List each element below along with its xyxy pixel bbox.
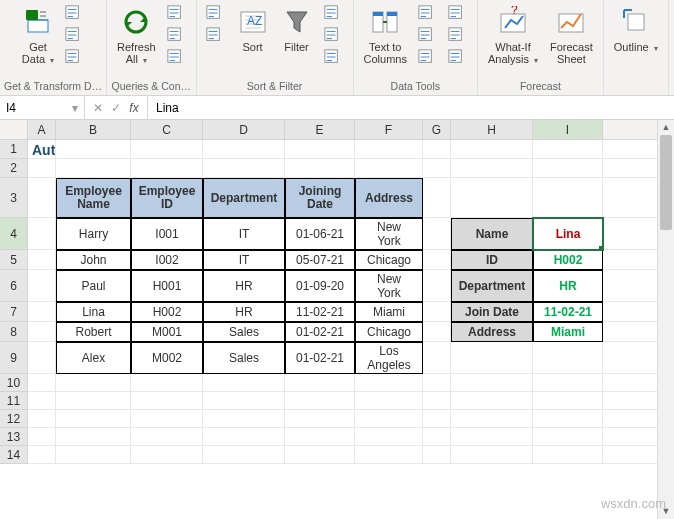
edit-links-button[interactable]	[162, 46, 192, 68]
cell-H11[interactable]	[451, 392, 533, 410]
cell-E6[interactable]: 01-09-20	[285, 270, 355, 302]
col-header-G[interactable]: G	[423, 120, 451, 139]
row-header-9[interactable]: 9	[0, 342, 28, 374]
whatif-button[interactable]: ?What-IfAnalysis ▾	[482, 2, 544, 76]
remove-dup-button[interactable]	[413, 24, 443, 46]
cell-A9[interactable]	[28, 342, 56, 374]
cell-D4[interactable]: IT	[203, 218, 285, 250]
cell-D14[interactable]	[203, 446, 285, 464]
cell-C4[interactable]: I001	[131, 218, 203, 250]
cell-I11[interactable]	[533, 392, 603, 410]
cell-B1[interactable]	[56, 140, 131, 159]
row-header-2[interactable]: 2	[0, 159, 28, 178]
cell-F9[interactable]: LosAngeles	[355, 342, 423, 374]
queries-button[interactable]	[162, 2, 192, 24]
cell-G2[interactable]	[423, 159, 451, 178]
cell-C7[interactable]: H002	[131, 302, 203, 322]
cell-D7[interactable]: HR	[203, 302, 285, 322]
manage-dm-button[interactable]	[443, 46, 473, 68]
cell-H7[interactable]: Join Date	[451, 302, 533, 322]
advanced-button[interactable]	[319, 46, 349, 68]
cell-D11[interactable]	[203, 392, 285, 410]
cell-I2[interactable]	[533, 159, 603, 178]
cell-B3[interactable]: EmployeeName	[56, 178, 131, 218]
cell-A12[interactable]	[28, 410, 56, 428]
cell-E13[interactable]	[285, 428, 355, 446]
cell-B4[interactable]: Harry	[56, 218, 131, 250]
row-header-10[interactable]: 10	[0, 374, 28, 392]
cell-I5[interactable]: H002	[533, 250, 603, 270]
scroll-thumb[interactable]	[660, 135, 672, 230]
row-header-7[interactable]: 7	[0, 302, 28, 322]
cell-E8[interactable]: 01-02-21	[285, 322, 355, 342]
cell-I8[interactable]: Miami	[533, 322, 603, 342]
cell-I13[interactable]	[533, 428, 603, 446]
cell-E5[interactable]: 05-07-21	[285, 250, 355, 270]
cell-C9[interactable]: M002	[131, 342, 203, 374]
cell-H3[interactable]	[451, 178, 533, 218]
cell-I6[interactable]: HR	[533, 270, 603, 302]
cell-B8[interactable]: Robert	[56, 322, 131, 342]
cell-F4[interactable]: NewYork	[355, 218, 423, 250]
cell-C14[interactable]	[131, 446, 203, 464]
cell-C6[interactable]: H001	[131, 270, 203, 302]
cell-F3[interactable]: Address	[355, 178, 423, 218]
row-header-12[interactable]: 12	[0, 410, 28, 428]
cell-B14[interactable]	[56, 446, 131, 464]
cell-E14[interactable]	[285, 446, 355, 464]
col-header-I[interactable]: I	[533, 120, 603, 139]
row-header-1[interactable]: 1	[0, 140, 28, 159]
cell-C10[interactable]	[131, 374, 203, 392]
cell-B11[interactable]	[56, 392, 131, 410]
cell-G3[interactable]	[423, 178, 451, 218]
refresh-button[interactable]: RefreshAll ▾	[111, 2, 162, 76]
cell-B9[interactable]: Alex	[56, 342, 131, 374]
name-box[interactable]: I4 ▾	[0, 96, 85, 119]
cell-D13[interactable]	[203, 428, 285, 446]
name-box-dropdown[interactable]: ▾	[72, 101, 78, 115]
cell-I10[interactable]	[533, 374, 603, 392]
cell-I4[interactable]: Lina	[533, 218, 603, 250]
cell-C2[interactable]	[131, 159, 203, 178]
cell-H1[interactable]	[451, 140, 533, 159]
outline-button[interactable]: Outline ▾	[608, 2, 664, 76]
cell-A5[interactable]	[28, 250, 56, 270]
cell-I9[interactable]	[533, 342, 603, 374]
cell-A7[interactable]	[28, 302, 56, 322]
select-all-corner[interactable]	[0, 120, 28, 139]
cell-H5[interactable]: ID	[451, 250, 533, 270]
col-header-F[interactable]: F	[355, 120, 423, 139]
cell-I3[interactable]	[533, 178, 603, 218]
cell-G14[interactable]	[423, 446, 451, 464]
cell-C13[interactable]	[131, 428, 203, 446]
cell-I7[interactable]: 11-02-21	[533, 302, 603, 322]
cell-I12[interactable]	[533, 410, 603, 428]
cell-F12[interactable]	[355, 410, 423, 428]
col-header-A[interactable]: A	[28, 120, 56, 139]
cell-F2[interactable]	[355, 159, 423, 178]
flash-fill-button[interactable]	[413, 2, 443, 24]
cell-H8[interactable]: Address	[451, 322, 533, 342]
text-to-cols-button[interactable]: Text toColumns	[358, 2, 413, 76]
cell-G11[interactable]	[423, 392, 451, 410]
cell-B2[interactable]	[56, 159, 131, 178]
cell-I1[interactable]	[533, 140, 603, 159]
cell-G8[interactable]	[423, 322, 451, 342]
cell-A10[interactable]	[28, 374, 56, 392]
cell-G10[interactable]	[423, 374, 451, 392]
cell-F1[interactable]	[355, 140, 423, 159]
cell-F14[interactable]	[355, 446, 423, 464]
col-header-D[interactable]: D	[203, 120, 285, 139]
cell-F7[interactable]: Miami	[355, 302, 423, 322]
cell-A14[interactable]	[28, 446, 56, 464]
cell-G13[interactable]	[423, 428, 451, 446]
cell-H6[interactable]: Department	[451, 270, 533, 302]
cell-A6[interactable]	[28, 270, 56, 302]
cell-D1[interactable]	[203, 140, 285, 159]
cell-C1[interactable]	[131, 140, 203, 159]
row-header-14[interactable]: 14	[0, 446, 28, 464]
cell-B13[interactable]	[56, 428, 131, 446]
cell-G4[interactable]	[423, 218, 451, 250]
cancel-formula-icon[interactable]: ✕	[89, 101, 107, 115]
cell-D3[interactable]: Department	[203, 178, 285, 218]
